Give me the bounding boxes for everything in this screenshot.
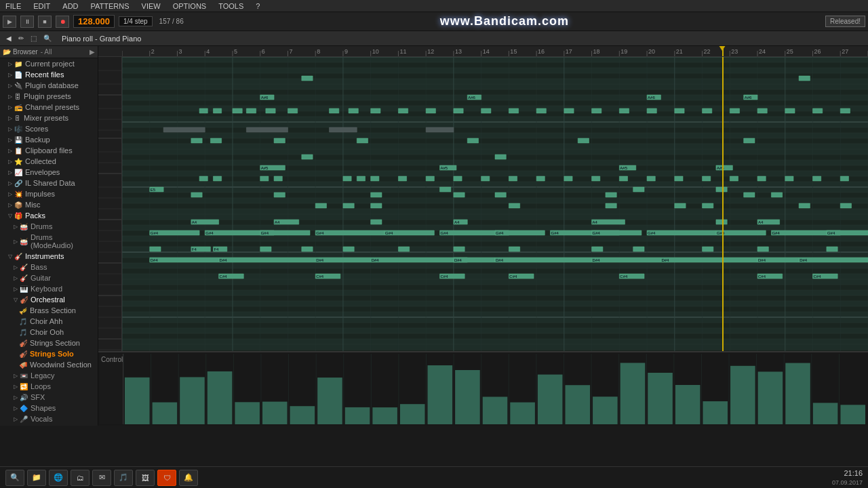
sidebar-item-backup[interactable]: ▷ 💾 Backup bbox=[0, 134, 98, 145]
sidebar-item-misc[interactable]: ▷ 📦 Misc bbox=[0, 199, 98, 210]
stop-button[interactable]: ■ bbox=[38, 16, 52, 28]
piano-keyboard[interactable]: C7 C6 C5 C4 bbox=[98, 57, 122, 351]
main-layout: 📂 Browser - All ▶ ▷ 📁 Current project ▷ … bbox=[0, 46, 868, 426]
playhead bbox=[722, 57, 724, 351]
sidebar-item-projects[interactable]: ▷ 📁 Projects bbox=[0, 424, 98, 426]
sidebar-item-drums[interactable]: ▷ 🥁 Drums bbox=[0, 221, 98, 232]
browser-header: 📂 Browser - All ▶ bbox=[0, 46, 98, 58]
browser-icon: 📂 bbox=[3, 48, 11, 56]
piano-keys-svg bbox=[98, 57, 122, 351]
sidebar-item-strings-section[interactable]: 🎻 Strings Section bbox=[0, 338, 98, 348]
sidebar-item-orchestral[interactable]: ▽ 🎻 Orchestral bbox=[0, 294, 98, 305]
sidebar: 📂 Browser - All ▶ ▷ 📁 Current project ▷ … bbox=[0, 46, 98, 426]
svg-rect-0 bbox=[98, 57, 122, 351]
menu-item-file[interactable]: FILE bbox=[3, 2, 24, 10]
taskbar-shield[interactable]: 🛡 bbox=[157, 470, 176, 486]
sidebar-item-drums-modeaudio[interactable]: ▷ 🥁 Drums (ModeAudio) bbox=[0, 232, 98, 251]
scroll-area: C7 C6 C5 C4 bbox=[98, 46, 868, 426]
menu-item-view[interactable]: VIEW bbox=[139, 2, 163, 10]
ruler bbox=[98, 46, 868, 57]
sidebar-item-scores[interactable]: ▷ 🎼 Scores bbox=[0, 123, 98, 134]
pr-tools[interactable]: ✏ bbox=[16, 35, 26, 42]
menu-bar: FILE EDIT ADD PATTERNS VIEW OPTIONS TOOL… bbox=[0, 0, 868, 12]
play-button[interactable]: ▶ bbox=[3, 16, 16, 28]
browser-arrow[interactable]: ▶ bbox=[90, 48, 95, 56]
sidebar-item-keyboard[interactable]: ▷ 🎹 Keyboard bbox=[0, 283, 98, 294]
sidebar-item-strings-solo[interactable]: 🎻 Strings Solo bbox=[0, 348, 98, 359]
browser-all[interactable]: - All bbox=[41, 48, 52, 56]
record-button[interactable]: ⏺ bbox=[56, 16, 69, 28]
sidebar-item-plugin-database[interactable]: ▷ 🔌 Plugin database bbox=[0, 80, 98, 91]
piano-roll-header: ◀ ✏ ⬚ 🔍 Piano roll - Grand Piano bbox=[0, 31, 868, 46]
taskbar-browser[interactable]: 🌐 bbox=[49, 470, 68, 486]
menu-item-tools[interactable]: TOOLS bbox=[216, 2, 246, 10]
sidebar-item-packs[interactable]: ▽ 🎁 Packs bbox=[0, 210, 98, 221]
time-sig-display[interactable]: 1/4 step bbox=[119, 16, 153, 26]
sidebar-item-clipboard[interactable]: ▷ 📋 Clipboard files bbox=[0, 145, 98, 156]
sidebar-item-brass-section[interactable]: 🎺 Brass Section bbox=[0, 305, 98, 316]
pause-button[interactable]: ⏸ bbox=[20, 16, 34, 28]
browser-label: Browser bbox=[13, 48, 38, 56]
pattern-display: 157 / 86 bbox=[159, 18, 184, 25]
sidebar-item-il-shared-data[interactable]: ▷ 🔗 IL Shared Data bbox=[0, 178, 98, 188]
taskbar-time: 21:16 bbox=[832, 468, 863, 479]
sidebar-item-recent-files[interactable]: ▷ 📄 Recent files bbox=[0, 69, 98, 80]
sidebar-item-choir-ooh[interactable]: 🎵 Choir Ooh bbox=[0, 327, 98, 338]
taskbar-start[interactable]: 🔍 bbox=[5, 470, 24, 486]
sidebar-item-legacy[interactable]: ▷ 📼 Legacy bbox=[0, 370, 98, 381]
sidebar-item-current-project[interactable]: ▷ 📁 Current project bbox=[0, 58, 98, 69]
taskbar-music[interactable]: 🎵 bbox=[114, 470, 133, 486]
sidebar-item-channel-presets[interactable]: ▷ 📻 Channel presets bbox=[0, 102, 98, 113]
taskbar-file-manager[interactable]: 📁 bbox=[27, 470, 46, 486]
sidebar-item-guitar[interactable]: ▷ 🎸 Guitar bbox=[0, 272, 98, 283]
taskbar: 🔍 📁 🌐 🗂 ✉ 🎵 🖼 🛡 🔔 21:16 07.09.2017 bbox=[0, 466, 868, 488]
sidebar-item-impulses[interactable]: ▷ 💥 Impulses bbox=[0, 188, 98, 199]
sidebar-item-collected[interactable]: ▷ ⭐ Collected bbox=[0, 156, 98, 167]
sidebar-item-instruments[interactable]: ▽ 🎸 Instruments bbox=[0, 251, 98, 262]
taskbar-bell[interactable]: 🔔 bbox=[179, 470, 198, 486]
bpm-display[interactable]: 128.000 bbox=[73, 15, 115, 28]
sidebar-item-mixer-presets[interactable]: ▷ 🎚 Mixer presets bbox=[0, 113, 98, 123]
sidebar-item-shapes[interactable]: ▷ 🔷 Shapes bbox=[0, 403, 98, 413]
menu-item-add[interactable]: ADD bbox=[60, 2, 81, 10]
released-badge: Released! bbox=[825, 16, 865, 27]
menu-item-help[interactable]: ? bbox=[253, 2, 262, 10]
taskbar-folder[interactable]: 🗂 bbox=[71, 470, 90, 486]
taskbar-clock: 21:16 07.09.2017 bbox=[832, 468, 863, 487]
menu-item-edit[interactable]: EDIT bbox=[31, 2, 53, 10]
sidebar-item-sfx[interactable]: ▷ 🔊 SFX bbox=[0, 392, 98, 403]
control-grid bbox=[123, 354, 867, 424]
sidebar-item-bass[interactable]: ▷ 🎸 Bass bbox=[0, 262, 98, 272]
transport-bar: ▶ ⏸ ■ ⏺ 128.000 1/4 step 157 / 86 www.Ba… bbox=[0, 12, 868, 31]
sidebar-item-loops[interactable]: ▷ 🔁 Loops bbox=[0, 381, 98, 392]
pr-zoom[interactable]: 🔍 bbox=[41, 35, 54, 42]
menu-item-patterns[interactable]: PATTERNS bbox=[88, 2, 132, 10]
pr-back-btn[interactable]: ◀ bbox=[4, 35, 14, 42]
sidebar-item-plugin-presets[interactable]: ▷ 🎛 Plugin presets bbox=[0, 91, 98, 102]
taskbar-date: 07.09.2017 bbox=[832, 479, 863, 487]
pr-select[interactable]: ⬚ bbox=[28, 35, 39, 42]
pr-title: Piano roll - Grand Piano bbox=[62, 35, 141, 43]
banner: www.Bandicam.com bbox=[188, 14, 821, 28]
taskbar-image[interactable]: 🖼 bbox=[136, 470, 155, 486]
control-panel: Control bbox=[98, 351, 868, 426]
sidebar-item-choir-ahh[interactable]: 🎵 Choir Ahh bbox=[0, 316, 98, 327]
sidebar-item-woodwind-section[interactable]: 🪗 Woodwind Section bbox=[0, 359, 98, 370]
menu-item-options[interactable]: OPTIONS bbox=[170, 2, 210, 10]
sidebar-item-envelopes[interactable]: ▷ 📈 Envelopes bbox=[0, 167, 98, 178]
piano-roll-grid[interactable] bbox=[122, 57, 868, 351]
sidebar-item-vocals[interactable]: ▷ 🎤 Vocals bbox=[0, 413, 98, 424]
control-label: Control bbox=[100, 354, 123, 365]
taskbar-mail[interactable]: ✉ bbox=[92, 470, 111, 486]
